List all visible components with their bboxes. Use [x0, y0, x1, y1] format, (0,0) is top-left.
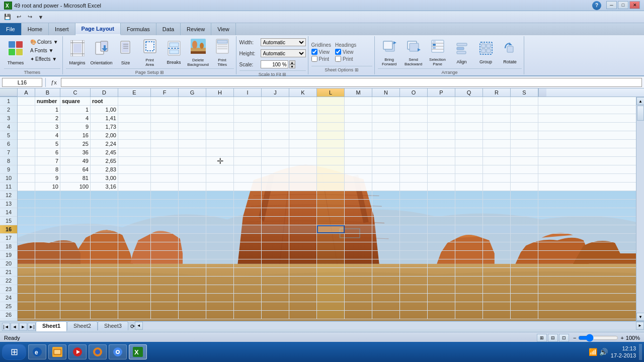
- cell-d2[interactable]: 1,00: [91, 106, 118, 114]
- cell-h14[interactable]: [206, 208, 234, 216]
- cell-s24[interactable]: [511, 294, 538, 302]
- cell-q1[interactable]: [455, 97, 483, 105]
- cell-h19[interactable]: [206, 251, 234, 259]
- col-header-l[interactable]: L: [317, 88, 345, 97]
- cell-n25[interactable]: [372, 302, 400, 310]
- cell-e25[interactable]: [118, 302, 151, 310]
- row-num-2[interactable]: 2: [0, 106, 17, 114]
- cell-a1[interactable]: [18, 97, 35, 105]
- cell-b1[interactable]: number: [35, 97, 60, 105]
- cell-b3[interactable]: 2: [35, 114, 60, 122]
- cell-q9[interactable]: [455, 165, 483, 173]
- cell-s4[interactable]: [511, 123, 538, 131]
- cell-b13[interactable]: [35, 200, 60, 208]
- cell-o17[interactable]: [400, 234, 428, 242]
- cell-r24[interactable]: [483, 294, 511, 302]
- gridlines-view-check[interactable]: [311, 49, 317, 55]
- cell-r8[interactable]: [483, 157, 511, 165]
- show-desktop-btn[interactable]: [639, 344, 642, 360]
- sheet-nav-first[interactable]: |◄: [2, 323, 10, 331]
- cell-p4[interactable]: [428, 123, 455, 131]
- cell-f14[interactable]: [151, 208, 179, 216]
- cell-h20[interactable]: [206, 259, 234, 267]
- cell-a10[interactable]: [18, 174, 35, 182]
- cell-c7[interactable]: 36: [60, 148, 91, 156]
- cell-f10[interactable]: [151, 174, 179, 182]
- col-header-m[interactable]: M: [345, 88, 372, 97]
- size-button[interactable]: Size: [114, 38, 137, 67]
- cell-b18[interactable]: [35, 242, 60, 250]
- cell-b20[interactable]: [35, 259, 60, 267]
- width-select[interactable]: Automatic 1 page 2 pages: [261, 38, 306, 46]
- quick-access-dropdown[interactable]: ▼: [36, 13, 45, 22]
- cell-s23[interactable]: [511, 285, 538, 293]
- row-num-16[interactable]: 16: [0, 225, 17, 234]
- col-header-p[interactable]: P: [428, 88, 455, 97]
- cell-c25[interactable]: [60, 302, 91, 310]
- cell-i15[interactable]: [234, 217, 262, 225]
- cell-o9[interactable]: [400, 165, 428, 173]
- undo-button[interactable]: ↩: [14, 13, 23, 22]
- row-num-10[interactable]: 10: [0, 174, 17, 183]
- cell-p11[interactable]: [428, 183, 455, 191]
- cell-f6[interactable]: [151, 140, 179, 148]
- cell-q14[interactable]: [455, 208, 483, 216]
- cell-k25[interactable]: [289, 302, 317, 310]
- cell-i9[interactable]: [234, 165, 262, 173]
- cell-l21[interactable]: [317, 268, 345, 276]
- cell-l13[interactable]: [317, 200, 345, 208]
- cell-o19[interactable]: [400, 251, 428, 259]
- col-header-e[interactable]: E: [118, 88, 151, 97]
- cell-p26[interactable]: [428, 311, 455, 319]
- cell-d9[interactable]: 2,83: [91, 165, 118, 173]
- cell-o16[interactable]: [400, 225, 428, 233]
- cell-d1[interactable]: root: [91, 97, 118, 105]
- cell-i7[interactable]: [234, 148, 262, 156]
- cell-m13[interactable]: [345, 200, 372, 208]
- taskbar-excel-active[interactable]: X: [129, 344, 147, 359]
- cell-m3[interactable]: [345, 114, 372, 122]
- cell-j12[interactable]: [262, 191, 289, 199]
- cell-m18[interactable]: [345, 242, 372, 250]
- maximize-button[interactable]: □: [618, 1, 628, 9]
- cell-n23[interactable]: [372, 285, 400, 293]
- cell-c20[interactable]: [60, 259, 91, 267]
- row-num-18[interactable]: 18: [0, 242, 17, 251]
- print-area-button[interactable]: PrintArea: [138, 38, 162, 67]
- cell-f23[interactable]: [151, 285, 179, 293]
- taskbar-media[interactable]: [68, 344, 87, 359]
- cell-b5[interactable]: 4: [35, 131, 60, 139]
- cell-o10[interactable]: [400, 174, 428, 182]
- h-scroll-left[interactable]: ◄: [135, 322, 143, 330]
- row-num-1[interactable]: 1: [0, 97, 17, 106]
- sheet-nav-prev[interactable]: ◄: [11, 323, 19, 331]
- cell-b23[interactable]: [35, 285, 60, 293]
- cell-f17[interactable]: [151, 234, 179, 242]
- cell-d16[interactable]: [91, 225, 118, 233]
- cell-l17[interactable]: [317, 234, 345, 242]
- cell-c6[interactable]: 25: [60, 140, 91, 148]
- cell-h7[interactable]: [206, 148, 234, 156]
- cell-s22[interactable]: [511, 277, 538, 285]
- cell-n21[interactable]: [372, 268, 400, 276]
- print-titles-button[interactable]: PrintTitles: [211, 38, 234, 67]
- cell-i13[interactable]: [234, 200, 262, 208]
- cell-p8[interactable]: [428, 157, 455, 165]
- vertical-scrollbar[interactable]: ▲ ▼: [636, 97, 644, 321]
- cell-r20[interactable]: [483, 259, 511, 267]
- cell-o22[interactable]: [400, 277, 428, 285]
- cell-j1[interactable]: [262, 97, 289, 105]
- cell-o2[interactable]: [400, 106, 428, 114]
- cell-h17[interactable]: [206, 234, 234, 242]
- send-backward-button[interactable]: SendBackward: [402, 38, 425, 67]
- cell-f24[interactable]: [151, 294, 179, 302]
- cell-h23[interactable]: [206, 285, 234, 293]
- cell-l11[interactable]: [317, 183, 345, 191]
- orientation-button[interactable]: Orientation: [90, 38, 113, 67]
- cell-g8[interactable]: [179, 157, 206, 165]
- cell-h24[interactable]: [206, 294, 234, 302]
- cell-h10[interactable]: [206, 174, 234, 182]
- cell-i20[interactable]: [234, 259, 262, 267]
- cell-c15[interactable]: [60, 217, 91, 225]
- cell-f12[interactable]: [151, 191, 179, 199]
